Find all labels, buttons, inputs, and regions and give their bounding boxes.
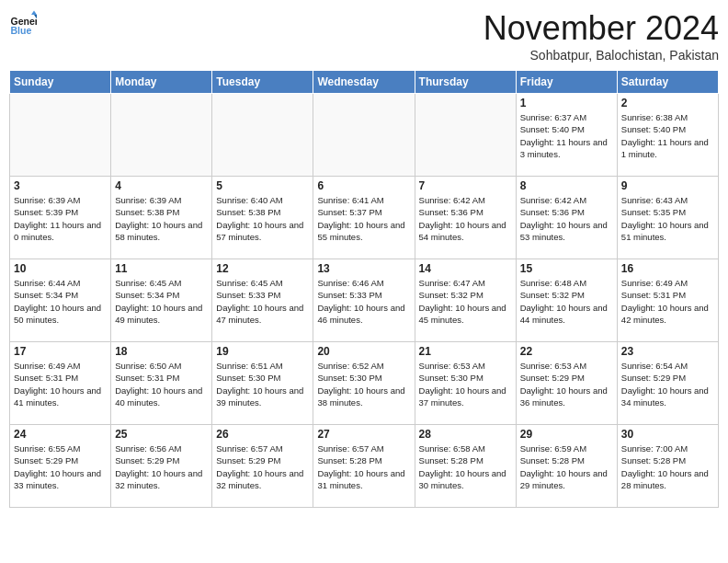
day-number: 25 [115, 428, 208, 441]
day-number: 15 [520, 262, 613, 275]
calendar-cell: 18Sunrise: 6:50 AM Sunset: 5:31 PM Dayli… [111, 342, 212, 425]
calendar-cell: 20Sunrise: 6:52 AM Sunset: 5:30 PM Dayli… [313, 342, 415, 425]
day-info: Sunrise: 6:55 AM Sunset: 5:29 PM Dayligh… [14, 442, 107, 491]
calendar-week-5: 24Sunrise: 6:55 AM Sunset: 5:29 PM Dayli… [10, 425, 719, 508]
calendar-cell: 14Sunrise: 6:47 AM Sunset: 5:32 PM Dayli… [415, 259, 516, 342]
day-info: Sunrise: 6:52 AM Sunset: 5:30 PM Dayligh… [317, 360, 410, 408]
calendar-cell: 10Sunrise: 6:44 AM Sunset: 5:34 PM Dayli… [10, 259, 111, 342]
title-area: November 2024 Sohbatpur, Balochistan, Pa… [483, 9, 719, 63]
calendar-cell: 25Sunrise: 6:56 AM Sunset: 5:29 PM Dayli… [111, 425, 212, 508]
day-number: 1 [520, 97, 613, 109]
day-info: Sunrise: 6:43 AM Sunset: 5:35 PM Dayligh… [621, 194, 714, 243]
day-number: 19 [216, 345, 309, 358]
day-info: Sunrise: 6:49 AM Sunset: 5:31 PM Dayligh… [14, 360, 107, 408]
day-info: Sunrise: 6:42 AM Sunset: 5:36 PM Dayligh… [520, 194, 613, 243]
calendar-cell: 3Sunrise: 6:39 AM Sunset: 5:39 PM Daylig… [10, 177, 111, 259]
calendar-cell: 22Sunrise: 6:53 AM Sunset: 5:29 PM Dayli… [516, 342, 617, 425]
day-number: 7 [419, 179, 512, 192]
day-info: Sunrise: 6:57 AM Sunset: 5:29 PM Dayligh… [216, 442, 309, 491]
calendar-week-4: 17Sunrise: 6:49 AM Sunset: 5:31 PM Dayli… [10, 342, 719, 425]
day-number: 11 [115, 262, 208, 275]
day-number: 26 [216, 428, 309, 441]
calendar-cell: 16Sunrise: 6:49 AM Sunset: 5:31 PM Dayli… [617, 259, 718, 342]
day-info: Sunrise: 6:58 AM Sunset: 5:28 PM Dayligh… [419, 442, 512, 491]
weekday-header-wednesday: Wednesday [313, 71, 415, 94]
day-number: 14 [419, 262, 512, 275]
day-number: 17 [14, 345, 107, 358]
day-info: Sunrise: 6:45 AM Sunset: 5:34 PM Dayligh… [115, 277, 208, 326]
calendar-cell: 12Sunrise: 6:45 AM Sunset: 5:33 PM Dayli… [212, 259, 313, 342]
calendar-cell: 19Sunrise: 6:51 AM Sunset: 5:30 PM Dayli… [212, 342, 313, 425]
calendar-cell: 28Sunrise: 6:58 AM Sunset: 5:28 PM Dayli… [415, 425, 516, 508]
day-number: 22 [520, 345, 613, 358]
day-number: 23 [621, 345, 714, 358]
day-info: Sunrise: 6:44 AM Sunset: 5:34 PM Dayligh… [14, 277, 107, 326]
day-number: 12 [216, 262, 309, 275]
weekday-header-thursday: Thursday [415, 71, 516, 94]
day-number: 30 [621, 428, 714, 441]
day-number: 13 [317, 262, 410, 275]
calendar-table: SundayMondayTuesdayWednesdayThursdayFrid… [9, 70, 719, 508]
page-header: General Blue November 2024 Sohbatpur, Ba… [9, 9, 719, 63]
day-info: Sunrise: 6:46 AM Sunset: 5:33 PM Dayligh… [317, 277, 410, 326]
day-number: 28 [419, 428, 512, 441]
calendar-cell: 2Sunrise: 6:38 AM Sunset: 5:40 PM Daylig… [617, 94, 718, 177]
day-info: Sunrise: 6:57 AM Sunset: 5:28 PM Dayligh… [317, 442, 410, 491]
day-info: Sunrise: 6:59 AM Sunset: 5:28 PM Dayligh… [520, 442, 613, 491]
day-number: 2 [621, 97, 714, 109]
weekday-header-tuesday: Tuesday [212, 71, 313, 94]
calendar-week-2: 3Sunrise: 6:39 AM Sunset: 5:39 PM Daylig… [10, 177, 719, 259]
calendar-cell: 29Sunrise: 6:59 AM Sunset: 5:28 PM Dayli… [516, 425, 617, 508]
day-info: Sunrise: 6:39 AM Sunset: 5:38 PM Dayligh… [115, 194, 208, 243]
svg-marker-2 [31, 11, 37, 16]
calendar-cell [313, 94, 415, 177]
calendar-header-row: SundayMondayTuesdayWednesdayThursdayFrid… [10, 71, 719, 94]
day-info: Sunrise: 6:41 AM Sunset: 5:37 PM Dayligh… [317, 194, 410, 243]
logo: General Blue [9, 9, 37, 37]
day-info: Sunrise: 6:38 AM Sunset: 5:40 PM Dayligh… [621, 111, 714, 160]
calendar-cell [10, 94, 111, 177]
month-title: November 2024 [483, 9, 719, 48]
svg-text:Blue: Blue [11, 25, 32, 36]
calendar-cell [212, 94, 313, 177]
day-number: 20 [317, 345, 410, 358]
day-number: 9 [621, 179, 714, 192]
day-info: Sunrise: 6:47 AM Sunset: 5:32 PM Dayligh… [419, 277, 512, 326]
day-number: 24 [14, 428, 107, 441]
day-number: 5 [216, 179, 309, 192]
calendar-cell: 4Sunrise: 6:39 AM Sunset: 5:38 PM Daylig… [111, 177, 212, 259]
day-info: Sunrise: 6:56 AM Sunset: 5:29 PM Dayligh… [115, 442, 208, 491]
calendar-week-3: 10Sunrise: 6:44 AM Sunset: 5:34 PM Dayli… [10, 259, 719, 342]
day-info: Sunrise: 6:37 AM Sunset: 5:40 PM Dayligh… [520, 111, 613, 160]
day-info: Sunrise: 6:49 AM Sunset: 5:31 PM Dayligh… [621, 277, 714, 326]
calendar-cell [111, 94, 212, 177]
day-number: 4 [115, 179, 208, 192]
day-number: 8 [520, 179, 613, 192]
location-subtitle: Sohbatpur, Balochistan, Pakistan [483, 48, 719, 63]
day-info: Sunrise: 6:45 AM Sunset: 5:33 PM Dayligh… [216, 277, 309, 326]
weekday-header-sunday: Sunday [10, 71, 111, 94]
day-number: 10 [14, 262, 107, 275]
weekday-header-friday: Friday [516, 71, 617, 94]
calendar-cell: 13Sunrise: 6:46 AM Sunset: 5:33 PM Dayli… [313, 259, 415, 342]
calendar-cell: 8Sunrise: 6:42 AM Sunset: 5:36 PM Daylig… [516, 177, 617, 259]
day-number: 27 [317, 428, 410, 441]
calendar-cell: 21Sunrise: 6:53 AM Sunset: 5:30 PM Dayli… [415, 342, 516, 425]
day-info: Sunrise: 6:40 AM Sunset: 5:38 PM Dayligh… [216, 194, 309, 243]
day-info: Sunrise: 6:39 AM Sunset: 5:39 PM Dayligh… [14, 194, 107, 243]
day-info: Sunrise: 6:48 AM Sunset: 5:32 PM Dayligh… [520, 277, 613, 326]
calendar-cell [415, 94, 516, 177]
day-number: 18 [115, 345, 208, 358]
day-number: 3 [14, 179, 107, 192]
day-number: 29 [520, 428, 613, 441]
calendar-cell: 27Sunrise: 6:57 AM Sunset: 5:28 PM Dayli… [313, 425, 415, 508]
calendar-cell: 30Sunrise: 7:00 AM Sunset: 5:28 PM Dayli… [617, 425, 718, 508]
calendar-cell: 24Sunrise: 6:55 AM Sunset: 5:29 PM Dayli… [10, 425, 111, 508]
calendar-cell: 6Sunrise: 6:41 AM Sunset: 5:37 PM Daylig… [313, 177, 415, 259]
calendar-cell: 5Sunrise: 6:40 AM Sunset: 5:38 PM Daylig… [212, 177, 313, 259]
day-info: Sunrise: 6:51 AM Sunset: 5:30 PM Dayligh… [216, 360, 309, 408]
day-info: Sunrise: 6:50 AM Sunset: 5:31 PM Dayligh… [115, 360, 208, 408]
calendar-cell: 11Sunrise: 6:45 AM Sunset: 5:34 PM Dayli… [111, 259, 212, 342]
day-info: Sunrise: 6:42 AM Sunset: 5:36 PM Dayligh… [419, 194, 512, 243]
calendar-cell: 15Sunrise: 6:48 AM Sunset: 5:32 PM Dayli… [516, 259, 617, 342]
